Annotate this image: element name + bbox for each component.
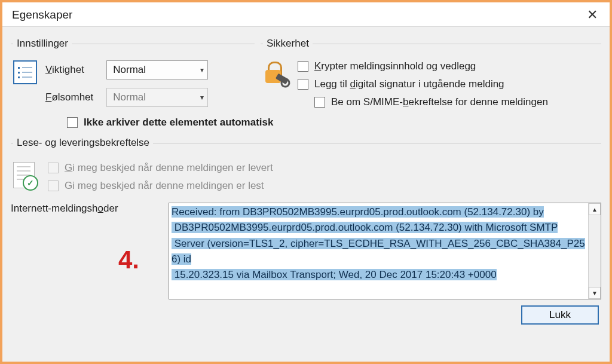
- scroll-down-icon[interactable]: ▼: [589, 287, 601, 299]
- lock-icon: [263, 60, 288, 85]
- importance-select[interactable]: Normal ▾: [106, 60, 208, 79]
- annotation-step-number: 4.: [118, 246, 139, 274]
- security-group: Sikkerhet Krypter meldingsinnhold og ved…: [261, 38, 601, 109]
- dialog-body: Innstillinger Viktighet Normal ▾ Følsomh…: [2, 27, 610, 362]
- scrollbar[interactable]: ▲ ▼: [588, 203, 601, 299]
- security-legend: Sikkerhet: [263, 38, 313, 50]
- checkbox-icon[interactable]: [298, 79, 308, 90]
- delivery-receipt-row: Gi meg beskjed når denne meldingen er le…: [48, 162, 273, 174]
- no-autoarchive-label: Ikke arkiver dette elementet automatisk: [84, 117, 273, 129]
- receipt-icon: ✓: [13, 162, 37, 189]
- encrypt-checkbox-row[interactable]: Krypter meldingsinnhold og vedlegg: [298, 60, 548, 72]
- settings-legend: Innstillinger: [13, 38, 72, 50]
- sensitivity-select: Normal ▾: [106, 88, 208, 107]
- smime-checkbox-row[interactable]: Be om S/MIME-bekreftelse for denne meldi…: [298, 96, 548, 108]
- receipts-legend: Lese- og leveringsbekreftelse: [13, 137, 153, 149]
- internet-headers-text[interactable]: Received: from DB3PR0502MB3995.eurprd05.…: [172, 206, 585, 280]
- properties-dialog: Egenskaper ✕ Innstillinger Viktighet Nor…: [0, 0, 612, 364]
- titlebar: Egenskaper ✕: [2, 2, 610, 27]
- sign-checkbox-row[interactable]: Legg til digital signatur i utgående mel…: [298, 78, 548, 90]
- chevron-down-icon: ▾: [200, 66, 204, 74]
- settings-group: Innstillinger Viktighet Normal ▾ Følsomh…: [11, 38, 255, 109]
- checkbox-icon[interactable]: [298, 61, 308, 72]
- checkbox-icon[interactable]: [67, 117, 78, 128]
- checkbox-icon: [48, 181, 59, 191]
- importance-label: Viktighet: [45, 64, 93, 76]
- internet-headers-row: Internett-meldingshoder 4. Received: fro…: [11, 194, 601, 299]
- read-receipt-row: Gi meg beskjed når denne meldingen er le…: [48, 180, 273, 192]
- sensitivity-label: Følsomhet: [45, 91, 93, 103]
- receipts-group: Lese- og leveringsbekreftelse ✓ Gi meg b…: [11, 137, 601, 193]
- scroll-up-icon[interactable]: ▲: [589, 203, 601, 215]
- close-icon[interactable]: ✕: [581, 6, 604, 24]
- window-title: Egenskaper: [12, 8, 72, 22]
- chevron-down-icon: ▾: [200, 93, 204, 102]
- internet-headers-textarea[interactable]: Received: from DB3PR0502MB3995.eurprd05.…: [169, 203, 601, 299]
- checkbox-icon[interactable]: [314, 97, 325, 108]
- dialog-footer: Lukk: [11, 301, 601, 325]
- no-autoarchive-row[interactable]: Ikke arkiver dette elementet automatisk: [11, 111, 601, 131]
- read-receipt-label: Gi meg beskjed når denne meldingen er le…: [65, 180, 264, 192]
- close-button[interactable]: Lukk: [521, 305, 599, 325]
- checkbox-icon: [48, 163, 59, 173]
- list-icon: [13, 60, 37, 84]
- internet-headers-label: Internett-meldingshoder: [11, 203, 160, 215]
